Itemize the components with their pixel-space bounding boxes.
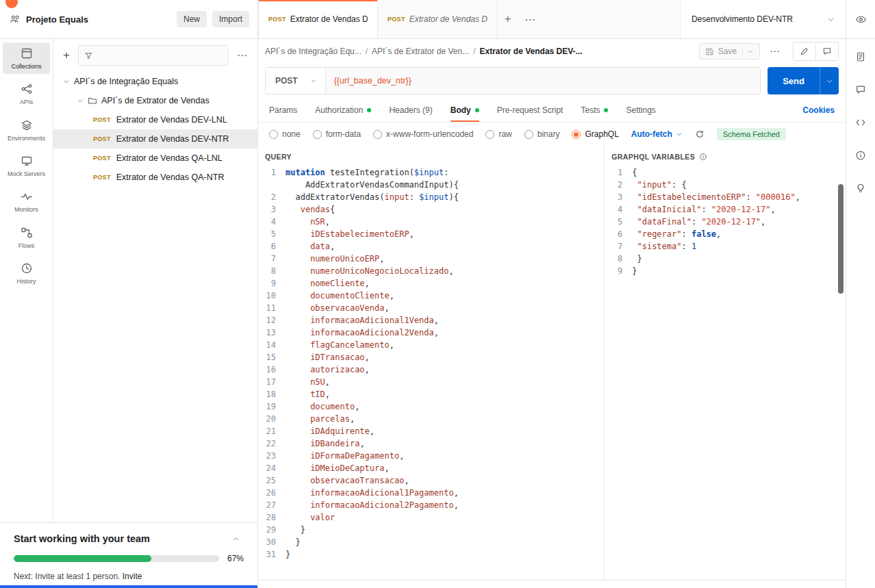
radio-icon (373, 130, 382, 139)
comments-icon[interactable] (855, 84, 866, 95)
radio-icon (269, 130, 278, 139)
eye-icon (855, 14, 867, 25)
request-row-dev-ntr[interactable]: POST Extrator de Vendas DEV-NTR (53, 129, 257, 149)
body-type-graphql[interactable]: GraphQL (572, 129, 618, 139)
chevron-down-icon (310, 77, 317, 84)
query-editor[interactable]: 1mutation testeIntegration($input: AddEx… (258, 166, 604, 580)
request-row-qa-lnl[interactable]: POST Extrator de Vendas QA-LNL (53, 149, 257, 168)
comments-button[interactable] (815, 42, 838, 60)
sidebar-item-environments[interactable]: Environments (3, 114, 50, 146)
tab-pre-request-script[interactable]: Pre-request Script (497, 98, 563, 122)
team-onboarding-banner: Start working with your team 67% Next: I… (0, 522, 258, 588)
body-type-urlencoded[interactable]: x-www-form-urlencoded (373, 129, 473, 139)
body-type-form-data[interactable]: form-data (313, 129, 361, 139)
edit-documentation-button[interactable] (794, 42, 815, 60)
request-tab-active[interactable]: POST Extrator de Vendas DEV (258, 0, 378, 38)
request-row-qa-ntr[interactable]: POST Extrator de Vendas QA-NTR (53, 168, 257, 187)
collection-folder-row[interactable]: API´s de Extrator de Vendas (53, 91, 257, 110)
tab-label: Extrator de Vendas DEV (409, 14, 487, 24)
sidebar-filter-input[interactable] (97, 51, 223, 60)
url-bar: POST {{url_base_dev_ntr}} Send (258, 64, 846, 98)
query-panel: QUERY 1mutation testeIntegration($input:… (258, 146, 605, 580)
collection-root-row[interactable]: API´s de Integração Equals (53, 72, 257, 91)
request-tab-preview[interactable]: POST Extrator de Vendas DEV (378, 0, 498, 38)
request-config-tabs: Params Authorization Headers (9) Body Pr… (258, 98, 846, 123)
new-button[interactable]: New (177, 11, 207, 27)
comment-icon (822, 47, 832, 56)
tab-body[interactable]: Body (451, 98, 479, 122)
radio-icon (485, 130, 494, 139)
refresh-schema-button[interactable] (695, 129, 705, 139)
send-button[interactable]: Send (768, 67, 839, 94)
onboarding-highlight-bar (0, 585, 257, 588)
add-collection-button[interactable]: + (60, 49, 73, 62)
tab-options-button[interactable]: ⋯ (518, 0, 542, 38)
sidebar-item-apis[interactable]: APIs (3, 78, 50, 110)
documentation-icon[interactable] (855, 51, 866, 62)
tab-method: POST (268, 16, 286, 23)
body-type-none[interactable]: none (269, 129, 301, 139)
sidebar-item-flows[interactable]: Flows (3, 222, 50, 253)
pull-requests-icon[interactable] (855, 183, 866, 194)
method-select[interactable]: POST (266, 68, 326, 94)
request-tab-strip: POST Extrator de Vendas DEV POST Extrato… (258, 0, 680, 38)
tab-authorization[interactable]: Authorization (315, 98, 371, 122)
scrollbar[interactable] (838, 184, 844, 574)
folder-icon (88, 96, 97, 105)
request-name: Extrator de Vendas DEV-NTR (116, 134, 229, 144)
breadcrumb-folder[interactable]: API´s de Extrator de Ven... (372, 47, 469, 56)
next-step-text: Next: Invite at least 1 person. (14, 572, 120, 581)
top-bar: Projeto Equals New Import POST Extrator … (0, 0, 875, 39)
sidebar-more-button[interactable]: ⋯ (234, 49, 251, 62)
send-options-chevron[interactable] (820, 67, 839, 94)
environment-quick-look-button[interactable] (846, 0, 875, 38)
sidebar-item-history[interactable]: History (3, 257, 50, 289)
body-type-binary[interactable]: binary (524, 129, 560, 139)
sidebar-item-monitors[interactable]: Monitors (3, 186, 50, 217)
progress-bar (14, 555, 219, 562)
import-button[interactable]: Import (212, 11, 249, 27)
progress-percent: 67% (227, 554, 244, 563)
sidebar-item-mock-servers[interactable]: Mock Servers (3, 150, 50, 181)
environment-selector[interactable]: Desenvolvimento DEV-NTR (680, 0, 846, 38)
collection-name: API´s de Integração Equals (74, 77, 178, 86)
tab-settings[interactable]: Settings (626, 98, 655, 122)
sidebar-filter[interactable] (78, 45, 229, 66)
team-progress-fill (14, 555, 151, 562)
breadcrumb: API´s de Integração Equ... / API´s de Ex… (258, 39, 846, 64)
variables-panel: GRAPHQL VARIABLES 1{2 "input": {3 "idEst… (605, 146, 846, 580)
apis-icon (21, 83, 33, 95)
open-new-tab-button[interactable]: + (498, 0, 518, 38)
request-info-icon[interactable] (855, 150, 866, 161)
url-input[interactable]: {{url_base_dev_ntr}} (326, 68, 761, 94)
request-name: Extrator de Vendas QA-NTR (116, 172, 225, 182)
collapse-banner-button[interactable] (228, 534, 244, 544)
request-name: Extrator de Vendas DEV-LNL (116, 115, 227, 125)
workspace-switcher[interactable]: Projeto Equals (10, 14, 171, 25)
variables-editor[interactable]: 1{2 "input": {3 "idEstabelecimentoERP": … (605, 166, 846, 580)
workspace-section: Projeto Equals New Import (0, 0, 258, 38)
chevron-down-icon (63, 78, 70, 85)
save-options-chevron[interactable] (742, 48, 754, 55)
tab-headers[interactable]: Headers (9) (389, 98, 432, 122)
autofetch-dropdown[interactable]: Auto-fetch (631, 129, 683, 139)
cookies-link[interactable]: Cookies (802, 105, 835, 115)
request-more-actions-button[interactable]: ⋯ (764, 45, 786, 57)
workspace-name: Projeto Equals (26, 14, 88, 25)
breadcrumb-collection[interactable]: API´s de Integração Equ... (265, 47, 362, 56)
radio-icon (313, 130, 322, 139)
request-row-dev-lnl[interactable]: POST Extrator de Vendas DEV-LNL (53, 110, 257, 129)
invite-link[interactable]: Invite (123, 572, 142, 581)
sidebar-item-collections[interactable]: Collections (3, 42, 50, 74)
request-side-actions (793, 42, 839, 61)
scrollbar-thumb[interactable] (838, 184, 844, 294)
tab-params[interactable]: Params (269, 98, 297, 122)
tab-tests[interactable]: Tests (581, 98, 608, 122)
save-button[interactable]: Save (699, 43, 760, 60)
body-type-raw[interactable]: raw (485, 129, 511, 139)
code-snippet-icon[interactable] (855, 117, 866, 128)
breadcrumb-request: Extrator de Vendas DEV-... (480, 47, 583, 56)
radio-icon (524, 130, 533, 139)
left-nav-rail: Collections APIs Environments Mock Serve… (0, 39, 53, 588)
status-dot (475, 108, 479, 112)
